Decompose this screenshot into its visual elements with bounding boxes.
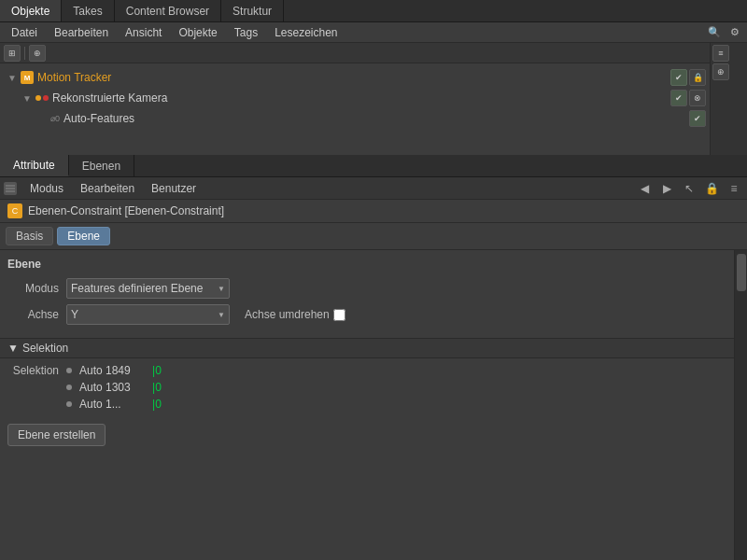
menu-ansicht[interactable]: Ansicht <box>118 24 169 41</box>
attr-benutzer-btn[interactable]: Benutzer <box>144 180 204 197</box>
menu-lesezeichen[interactable]: Lesezeichen <box>267 24 345 41</box>
constraint-title: Ebenen-Constraint [Ebenen-Constraint] <box>28 204 224 217</box>
selektion-header[interactable]: ▼ Selektion <box>0 338 734 358</box>
scroll-thumb[interactable] <box>737 254 746 291</box>
sub-tab-bar: Basis Ebene <box>0 223 747 250</box>
separator <box>24 47 25 60</box>
camera-lock-icon[interactable]: ⊗ <box>689 90 706 106</box>
achse-umdrehen-checkbox[interactable] <box>333 309 345 321</box>
tree-toolbar: ⊞ ⊕ <box>0 43 710 63</box>
ebene-erstellen-button[interactable]: Ebene erstellen <box>7 424 106 446</box>
tab-takes[interactable]: Takes <box>62 0 114 21</box>
modus-row: Modus Features definieren Ebene ▼ <box>7 278 726 299</box>
selektion-arrow-icon: ▼ <box>7 342 19 355</box>
attr-toolbar: Modus Bearbeiten Benutzer ◀ ▶ ↖ 🔒 ≡ <box>0 177 747 200</box>
sel-dot-3 <box>66 401 72 407</box>
achse-umdrehen-label: Achse umdrehen <box>245 308 330 321</box>
expand-all-icon[interactable]: ⊞ <box>4 45 21 62</box>
cursor-icon[interactable]: ↖ <box>680 179 698 198</box>
tab-content-browser[interactable]: Content Browser <box>115 0 221 21</box>
toolbar-grip-icon <box>4 182 17 195</box>
sel-link-3[interactable]: | 0 <box>152 398 162 411</box>
motion-tracker-label: Motion Tracker <box>37 71 667 84</box>
motion-tracker-icon: M <box>21 71 34 84</box>
more-icon[interactable]: ≡ <box>725 179 743 198</box>
modus-label: Modus <box>7 282 59 295</box>
tree-item[interactable]: ▼ M Motion Tracker ✔ 🔒 <box>0 67 710 88</box>
arrow-right-icon[interactable]: ▶ <box>657 179 676 198</box>
achse-arrow-icon: ▼ <box>218 311 225 319</box>
sel-item-name-3: Auto 1... <box>79 398 145 411</box>
selektion-title: Selektion <box>22 342 68 355</box>
constraint-icon: C <box>7 203 22 218</box>
tree-right-icon-1[interactable]: ≡ <box>712 45 729 62</box>
sel-link-1[interactable]: | 0 <box>152 364 162 377</box>
selektion-row-3: Auto 1... | 0 <box>7 396 726 413</box>
attr-content: Ebene Modus Features definieren Ebene ▼ … <box>0 250 734 560</box>
achse-row: Achse Y ▼ Achse umdrehen <box>7 304 726 325</box>
attr-tab-bar: Attribute Ebenen <box>0 155 747 177</box>
attr-bearbeiten-btn[interactable]: Bearbeiten <box>73 180 142 197</box>
menu-bar: Datei Bearbeiten Ansicht Objekte Tags Le… <box>0 22 747 43</box>
achse-umdrehen-row: Achse umdrehen <box>245 308 345 321</box>
expand-arrow-icon: ▼ <box>7 73 17 83</box>
tree-list: ▼ M Motion Tracker ✔ 🔒 ▼ Rekonstruierte … <box>0 63 710 133</box>
constraint-header: C Ebenen-Constraint [Ebenen-Constraint] <box>0 200 747 223</box>
sel-item-name-1: Auto 1849 <box>79 364 145 377</box>
ebene-content: Ebene Modus Features definieren Ebene ▼ … <box>0 250 734 338</box>
lock2-icon[interactable]: 🔒 <box>702 179 721 198</box>
menu-datei[interactable]: Datei <box>4 24 45 41</box>
tab-ebenen[interactable]: Ebenen <box>69 155 134 176</box>
achse-value: Y <box>71 308 78 321</box>
attr-modus-btn[interactable]: Modus <box>22 180 71 197</box>
auto-features-label: Auto-Features <box>63 112 685 125</box>
auto-check-icon[interactable]: ✔ <box>689 110 706 127</box>
modus-value: Features definieren Ebene <box>71 282 203 295</box>
tree-right-panel: ≡ ⊕ <box>710 43 747 155</box>
menu-objekte[interactable]: Objekte <box>171 24 224 41</box>
top-tab-bar: Objekte Takes Content Browser Struktur <box>0 0 747 22</box>
scrollbar[interactable] <box>734 250 747 560</box>
settings-icon[interactable]: ⚙ <box>726 24 743 41</box>
search-icon[interactable]: 🔍 <box>706 24 723 41</box>
camera-check-icon[interactable]: ✔ <box>670 90 687 106</box>
achse-select[interactable]: Y ▼ <box>66 304 230 325</box>
achse-label: Achse <box>7 308 59 321</box>
sub-tab-ebene[interactable]: Ebene <box>57 227 110 245</box>
selektion-row-1: Selektion Auto 1849 | 0 <box>7 362 726 379</box>
select-arrow-icon: ▼ <box>218 285 225 293</box>
visibility-icon[interactable]: ✔ <box>670 69 687 86</box>
expand-arrow-icon: ▼ <box>22 93 32 104</box>
sub-tab-basis[interactable]: Basis <box>6 227 53 245</box>
sel-label: Selektion <box>7 364 59 377</box>
ebene-section-title: Ebene <box>7 258 726 271</box>
sel-dot-2 <box>66 385 72 390</box>
expand-arrow-icon: ▼ <box>37 114 47 124</box>
tree-item[interactable]: ▼ ⌀0 Auto-Features ✔ <box>0 108 710 129</box>
lock-icon[interactable]: 🔒 <box>689 69 706 86</box>
tab-struktur[interactable]: Struktur <box>221 0 284 21</box>
sel-item-name-2: Auto 1303 <box>79 381 145 394</box>
modus-select[interactable]: Features definieren Ebene ▼ <box>66 278 230 299</box>
tree-right-icon-2[interactable]: ⊕ <box>712 63 729 80</box>
tab-attribute[interactable]: Attribute <box>0 155 69 176</box>
selektion-row-2: Auto 1303 | 0 <box>7 379 726 396</box>
object-tree-section: ⊞ ⊕ ▼ M Motion Tracker ✔ 🔒 ▼ <box>0 43 747 155</box>
selektion-content: Selektion Auto 1849 | 0 Auto 1303 <box>0 358 734 416</box>
new-obj-icon[interactable]: ⊕ <box>29 45 46 62</box>
attribute-section: Attribute Ebenen Modus Bearbeiten Benutz… <box>0 155 747 560</box>
sel-dot-1 <box>66 368 72 373</box>
menu-bearbeiten[interactable]: Bearbeiten <box>47 24 116 41</box>
tab-objekte[interactable]: Objekte <box>0 0 62 21</box>
sel-link-2[interactable]: | 0 <box>152 381 162 394</box>
arrow-left-icon[interactable]: ◀ <box>635 179 654 198</box>
menu-tags[interactable]: Tags <box>227 24 265 41</box>
tree-item[interactable]: ▼ Rekonstruierte Kamera ✔ ⊗ <box>0 88 710 108</box>
rekonstruierte-kamera-label: Rekonstruierte Kamera <box>52 91 667 105</box>
